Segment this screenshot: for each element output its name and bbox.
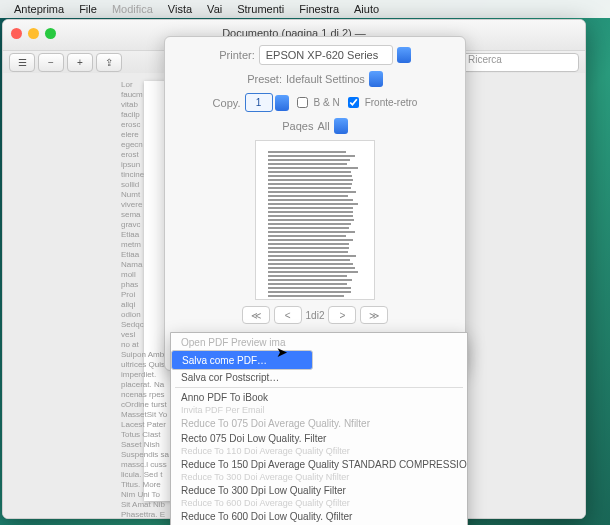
menu-file[interactable]: File — [73, 3, 103, 15]
printer-chevron-icon[interactable] — [397, 47, 411, 63]
first-page-button[interactable]: ≪ — [242, 306, 270, 324]
printer-select[interactable]: EPSON XP-620 Series — [259, 45, 393, 65]
copies-stepper[interactable] — [245, 93, 289, 112]
pdf-menu-item[interactable]: Anno PDF To iBook — [171, 390, 467, 405]
last-page-button[interactable]: ≫ — [360, 306, 388, 324]
duplex-checkbox[interactable]: Fronte-retro — [344, 94, 418, 111]
preset-value: Idefault Settinos — [286, 73, 365, 85]
menubar: Anteprima File Modifica Vista Vai Strume… — [0, 0, 610, 18]
preset-chevron-icon[interactable] — [369, 71, 383, 87]
menu-window[interactable]: Finestra — [293, 3, 345, 15]
pages-value: All — [317, 120, 329, 132]
pdf-menu-item[interactable]: Recto 075 Doi Low Quality. Filter — [171, 431, 467, 446]
pdf-menu-item[interactable]: Reduce To 075 Doi Average Quality. Nfilt… — [171, 416, 467, 431]
menu-go[interactable]: Vai — [201, 3, 228, 15]
pdf-menu-item[interactable]: Reduce To 600 Doi Low Quality. Qfilter — [171, 509, 467, 524]
prev-page-button[interactable]: < — [274, 306, 302, 324]
menu-help[interactable]: Aiuto — [348, 3, 385, 15]
app-menu[interactable]: Anteprima — [8, 3, 70, 15]
pdf-menu-item[interactable]: Reduce To 150 Dpi Average Quality STANDA… — [171, 457, 467, 472]
pages-label: Paqes — [282, 120, 313, 132]
page-indicator: 1di2 — [306, 310, 325, 321]
pdf-menu-item[interactable]: Reduce To 300 Dpi Low Quality Filter — [171, 483, 467, 498]
menu-view[interactable]: Vista — [162, 3, 198, 15]
zoom-out-button[interactable]: − — [38, 53, 64, 72]
next-page-button[interactable]: > — [328, 306, 356, 324]
bw-checkbox[interactable]: B & N — [293, 94, 340, 111]
pdf-menu-item[interactable]: Salva come PDF… — [171, 350, 313, 370]
pdf-dropdown-menu: Open PDF Preview imaSalva come PDF…Salva… — [170, 332, 468, 525]
sidebar-toggle-button[interactable]: ☰ — [9, 53, 35, 72]
menu-edit[interactable]: Modifica — [106, 3, 159, 15]
copies-input[interactable] — [245, 93, 273, 112]
preset-label: Preset: — [247, 73, 282, 85]
copies-step-icon[interactable] — [275, 95, 289, 111]
zoom-in-button[interactable]: + — [67, 53, 93, 72]
pdf-menu-item[interactable]: Salva cor Postscript… — [171, 370, 467, 385]
pages-chevron-icon[interactable] — [334, 118, 348, 134]
print-dialog: Printer: EPSON XP-620 Series Preset: Ide… — [164, 36, 466, 371]
menu-tools[interactable]: Strumenti — [231, 3, 290, 15]
printer-label: Printer: — [219, 49, 254, 61]
pdf-menu-item[interactable]: Open PDF Preview ima — [171, 335, 467, 350]
print-preview-thumbnail — [255, 140, 375, 300]
page-navigator: ≪ < 1di2 > ≫ — [175, 306, 455, 324]
share-button[interactable]: ⇪ — [96, 53, 122, 72]
search-input[interactable]: Ricerca — [451, 53, 579, 72]
copies-label: Copy. — [213, 97, 241, 109]
